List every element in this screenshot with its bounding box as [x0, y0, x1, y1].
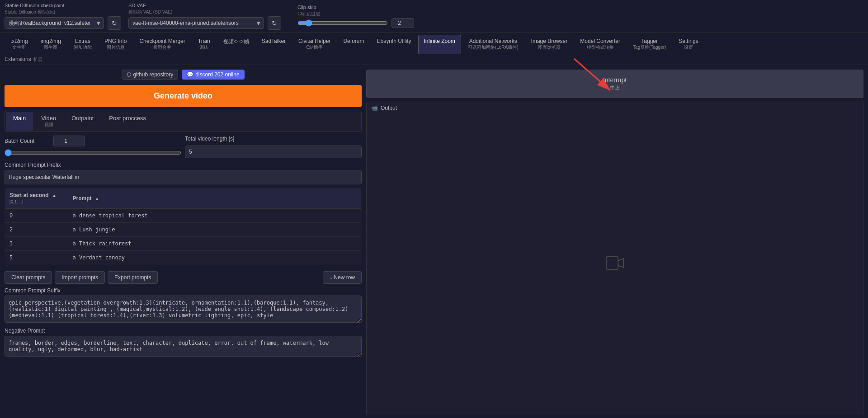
import-prompts-button[interactable]: Import prompts — [55, 271, 105, 284]
svg-rect-0 — [606, 257, 618, 269]
table-row: 0 a dense tropical forest — [5, 209, 362, 223]
common-prompt-prefix-label: Common Prompt Prefix — [5, 162, 362, 168]
sub-tabs: Main Video 视频 Outpaint Post proccess — [5, 111, 362, 132]
sd-model-select[interactable]: 漫画\RealBackground_v12.safetensors [4efa9… — [5, 17, 104, 29]
clear-prompts-button[interactable]: Clear prompts — [5, 271, 52, 284]
tab-sadtalker[interactable]: SadTalker — [256, 35, 292, 54]
col-prompt: Prompt ▲ — [68, 188, 362, 209]
tab-txt2img[interactable]: txt2img 文生图 — [5, 35, 34, 54]
interrupt-button[interactable]: Interrupt 中止 — [366, 70, 863, 98]
extensions-row: Extensions 扩展 — [0, 54, 868, 65]
tab-modelconverter[interactable]: Model Converter 模型格式转换 — [574, 35, 626, 54]
row-prompt-0: a dense tropical forest — [68, 209, 362, 223]
batch-total-row: Batch Count Total video length [s] — [5, 136, 362, 158]
new-row-button[interactable]: ↓ New row — [323, 271, 362, 284]
links-row: ⬡ github repository 💬 discord 202 online — [5, 70, 362, 80]
clip-skip-sublabel: Clip 跳过层 — [297, 11, 414, 17]
batch-count-input[interactable] — [53, 136, 85, 146]
row-prompt-2: a Thick rainforest — [68, 237, 362, 251]
output-video-placeholder-icon — [606, 256, 624, 273]
tab-checkpointmerger[interactable]: Checkpoint Merger 模型合并 — [133, 35, 191, 54]
row-second-3: 5 — [5, 251, 68, 265]
table-row: 5 a Verdant canopy — [5, 251, 362, 265]
clip-skip-label: Clip skip — [297, 5, 414, 10]
common-prompt-suffix-label: Common Prompt Suffix — [5, 287, 362, 294]
common-prompt-prefix-input[interactable] — [5, 170, 362, 184]
sd-vae-sublabel: 模型的 VAE (SD VAE) — [128, 9, 281, 15]
output-body — [367, 114, 863, 415]
table-row: 3 a Thick rainforest — [5, 237, 362, 251]
video-camera-icon: 📹 — [371, 105, 378, 111]
subtab-postprocess[interactable]: Post proccess — [102, 112, 153, 131]
prompts-table: Start at second ▲ [0,1,...] Prompt ▲ 0 a — [5, 188, 362, 265]
sort-icon: ▲ — [52, 193, 57, 198]
total-length-label: Total video length [s] — [185, 136, 362, 142]
sd-model-refresh-btn[interactable]: ↻ — [108, 16, 121, 30]
discord-link[interactable]: 💬 discord 202 online — [182, 70, 244, 80]
output-panel: 📹 Output — [366, 102, 863, 415]
tab-tagger[interactable]: Tagger Tag反推(Tagger) — [627, 35, 672, 54]
common-prompt-suffix-section: Common Prompt Suffix — [5, 287, 362, 324]
tab-civitai[interactable]: Civitai Helper C站助手 — [292, 35, 336, 54]
right-panel: Interrupt 中止 📹 Output — [366, 70, 863, 415]
generate-video-button[interactable]: Generate video — [5, 85, 362, 107]
subtab-main[interactable]: Main — [6, 112, 33, 131]
tab-settings[interactable]: Settings 设置 — [673, 35, 704, 54]
col-start-at: Start at second ▲ [0,1,...] — [5, 188, 68, 209]
tab-deforum[interactable]: Deforum — [337, 35, 370, 54]
github-icon: ⬡ — [127, 71, 131, 78]
tab-img2img[interactable]: img2img 图生图 — [35, 35, 67, 54]
sd-vae-select-wrapper: vae-ft-mse-840000-ema-pruned.safetensors… — [128, 17, 264, 29]
clip-skip-slider[interactable] — [297, 19, 388, 27]
negative-prompt-input[interactable] — [5, 336, 362, 357]
action-buttons: Clear prompts Import prompts Export prom… — [5, 271, 362, 284]
output-header: 📹 Output — [367, 102, 863, 114]
clip-skip-value[interactable] — [392, 18, 414, 28]
nav-tabs: txt2img 文生图 img2img 图生图 Extras 附加功能 PNG … — [0, 33, 868, 54]
row-second-0: 0 — [5, 209, 68, 223]
prompt-sort-icon: ▲ — [95, 196, 99, 201]
batch-count-row: Batch Count — [5, 136, 181, 146]
sd-model-select-wrapper: 漫画\RealBackground_v12.safetensors [4efa9… — [5, 17, 104, 29]
tab-extras[interactable]: Extras 附加功能 — [68, 35, 98, 54]
tab-video[interactable]: 视频<-->帧 — [217, 35, 255, 54]
top-bar: Stable Diffusion checkpoint Stable Diffu… — [0, 0, 868, 33]
export-prompts-button[interactable]: Export prompts — [108, 271, 158, 284]
content-area: ⬡ github repository 💬 discord 202 online… — [0, 65, 868, 418]
batch-count-section: Batch Count — [5, 136, 181, 158]
subtab-outpaint[interactable]: Outpaint — [64, 112, 101, 131]
total-length-input[interactable] — [185, 146, 362, 158]
negative-prompt-label: Negative Prompt — [5, 328, 362, 334]
left-panel: ⬡ github repository 💬 discord 202 online… — [5, 70, 362, 415]
tab-pnginfo[interactable]: PNG Info 图片信息 — [99, 35, 132, 54]
tab-infinitezoom[interactable]: Infinite Zoom — [418, 35, 461, 54]
row-second-1: 2 — [5, 223, 68, 237]
tab-ebsynth[interactable]: Ebsynth Utility — [371, 35, 417, 54]
row-prompt-1: a Lush jungle — [68, 223, 362, 237]
common-prompt-suffix-input[interactable] — [5, 296, 362, 323]
discord-icon: 💬 — [187, 71, 193, 78]
sd-checkpoint-section: Stable Diffusion checkpoint Stable Diffu… — [5, 3, 121, 30]
tab-imagebrowser[interactable]: Image Browser 图库浏览器 — [525, 35, 574, 54]
row-prompt-3: a Verdant canopy — [68, 251, 362, 265]
sd-vae-section: SD VAE 模型的 VAE (SD VAE) vae-ft-mse-84000… — [128, 3, 281, 30]
clip-skip-section: Clip skip Clip 跳过层 — [297, 5, 414, 28]
tab-additionalnetworks[interactable]: Additional Networks 可选附加网络(LoRA插件) — [462, 35, 524, 54]
batch-count-label: Batch Count — [5, 138, 50, 144]
table-row: 2 a Lush jungle — [5, 223, 362, 237]
negative-prompt-section: Negative Prompt — [5, 328, 362, 358]
github-link[interactable]: ⬡ github repository — [122, 70, 178, 80]
tab-train[interactable]: Train 训练 — [192, 35, 216, 54]
common-prompt-prefix-section: Common Prompt Prefix — [5, 162, 362, 184]
sd-vae-select[interactable]: vae-ft-mse-840000-ema-pruned.safetensors — [128, 17, 264, 29]
sd-vae-refresh-btn[interactable]: ↻ — [268, 16, 281, 30]
total-length-section: Total video length [s] — [185, 136, 362, 158]
sd-checkpoint-label: Stable Diffusion checkpoint — [5, 3, 121, 8]
subtab-video[interactable]: Video 视频 — [34, 112, 63, 131]
sd-model-sublabel: Stable Diffusion 模型(ckt) — [5, 9, 121, 15]
batch-count-slider[interactable] — [5, 149, 181, 156]
sd-vae-label: SD VAE — [128, 3, 281, 8]
clip-slider-row — [297, 18, 414, 28]
row-second-2: 3 — [5, 237, 68, 251]
